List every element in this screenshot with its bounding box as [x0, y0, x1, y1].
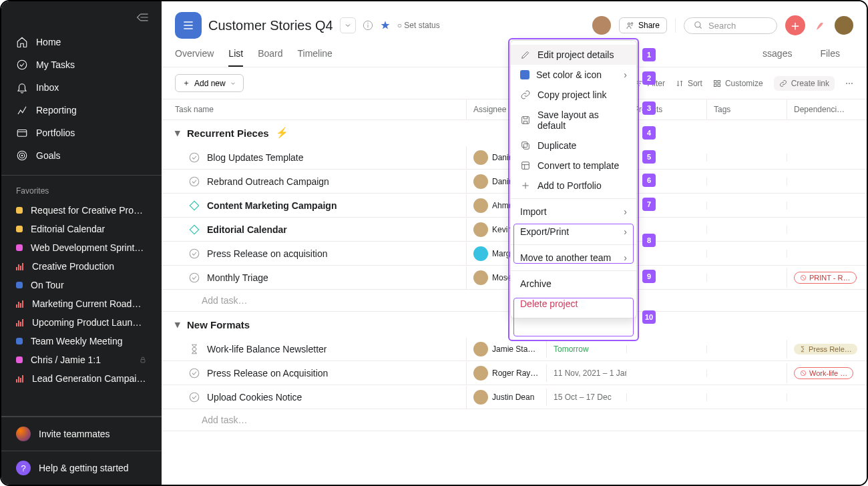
nav-reporting[interactable]: Reporting: [1, 99, 162, 121]
tab-board[interactable]: Board: [258, 41, 282, 67]
favorite-item[interactable]: Web Development Sprint…: [1, 238, 162, 257]
dependencies-cell[interactable]: [787, 178, 867, 186]
tab-overview[interactable]: Overview: [175, 41, 214, 67]
project-dropdown-button[interactable]: [340, 17, 356, 33]
dependency-pill[interactable]: PRINT - R…: [794, 272, 857, 284]
menu-convert-to-template[interactable]: Convert to template: [511, 156, 636, 176]
projects-cell[interactable]: [626, 250, 706, 258]
favorite-item[interactable]: Creative Production: [1, 257, 162, 276]
share-button[interactable]: Share: [619, 17, 667, 33]
tab-files[interactable]: Files: [820, 41, 840, 67]
dependencies-cell[interactable]: PRINT - R…: [787, 268, 867, 288]
column-header[interactable]: Tags: [706, 99, 787, 119]
menu-import[interactable]: Import›: [511, 202, 636, 222]
dependencies-cell[interactable]: [787, 226, 867, 234]
projects-cell[interactable]: [626, 393, 706, 401]
task-row[interactable]: Work-life Balance NewsletterJamie Stap…T…: [162, 337, 867, 361]
hourglass-icon[interactable]: [188, 343, 200, 355]
set-status-button[interactable]: ○ Set status: [397, 21, 440, 30]
search-input[interactable]: Search: [684, 17, 777, 34]
favorite-item[interactable]: Editorial Calendar: [1, 220, 162, 238]
info-icon[interactable]: [363, 20, 373, 31]
customize-button[interactable]: Customize: [713, 79, 763, 88]
column-header[interactable]: Task name: [162, 99, 466, 119]
menu-save-layout-as-default[interactable]: Save layout as default: [511, 105, 636, 136]
milestone-icon[interactable]: [188, 224, 200, 236]
create-link-button[interactable]: Create link: [774, 76, 835, 91]
favorite-item[interactable]: Lead Generation Campai…: [1, 369, 162, 388]
dependencies-cell[interactable]: [787, 393, 867, 401]
dependencies-cell[interactable]: Work-life …: [787, 363, 867, 383]
projects-cell[interactable]: [626, 345, 706, 353]
projects-cell[interactable]: [626, 226, 706, 234]
due-date-cell[interactable]: Tomorrow: [546, 340, 626, 358]
menu-move-to-another-team[interactable]: Move to another team›: [511, 248, 636, 268]
nav-goals[interactable]: Goals: [1, 144, 162, 167]
check-icon[interactable]: [188, 367, 200, 379]
assignee-cell[interactable]: Jamie Stap…: [466, 338, 546, 360]
favorite-item[interactable]: Team Weekly Meeting: [1, 332, 162, 350]
invite-teammates[interactable]: Invite teammates: [1, 417, 162, 451]
menu-delete-project[interactable]: Delete project: [511, 294, 636, 314]
favorite-item[interactable]: Marketing Current Road…: [1, 294, 162, 313]
check-icon[interactable]: [188, 176, 200, 188]
favorite-item[interactable]: Request for Creative Pro…: [1, 201, 162, 220]
projects-cell[interactable]: [626, 369, 706, 377]
tags-cell[interactable]: [706, 393, 787, 401]
projects-cell[interactable]: [626, 178, 706, 186]
global-add-button[interactable]: ＋: [785, 15, 805, 35]
tags-cell[interactable]: [706, 369, 787, 377]
sort-button[interactable]: Sort: [676, 79, 702, 88]
tags-cell[interactable]: [706, 154, 787, 162]
more-button[interactable]: ⋯: [845, 79, 853, 88]
favorite-item[interactable]: Chris / Jamie 1:1: [1, 350, 162, 369]
dependency-pill[interactable]: Press Rele…: [794, 344, 857, 354]
projects-cell[interactable]: [626, 274, 706, 282]
add-new-button[interactable]: ＋ Add new: [175, 74, 244, 92]
menu-set-color-icon[interactable]: Set color & icon›: [511, 65, 636, 85]
tab-timeline[interactable]: Timeline: [298, 41, 333, 67]
add-task[interactable]: Add task…: [162, 409, 867, 431]
menu-duplicate[interactable]: Duplicate: [511, 136, 636, 156]
menu-add-to-portfolio[interactable]: Add to Portfolio: [511, 176, 636, 196]
check-icon[interactable]: [188, 272, 200, 284]
star-icon[interactable]: [380, 20, 391, 31]
tab-ssages[interactable]: ssages: [763, 41, 792, 67]
dependencies-cell[interactable]: [787, 154, 867, 162]
tags-cell[interactable]: [706, 250, 787, 258]
dependency-pill[interactable]: Work-life …: [794, 367, 853, 379]
assignee-cell[interactable]: Roger Ray…: [466, 362, 546, 385]
assignee-cell[interactable]: Justin Dean: [466, 386, 546, 409]
projects-cell[interactable]: [626, 154, 706, 162]
celebrate-icon[interactable]: [813, 19, 827, 32]
member-avatar[interactable]: [592, 16, 611, 35]
dependencies-cell[interactable]: [787, 202, 867, 210]
tags-cell[interactable]: [706, 202, 787, 210]
menu-copy-project-link[interactable]: Copy project link: [511, 85, 636, 105]
due-date-cell[interactable]: 15 Oct – 17 Dec: [546, 389, 626, 406]
tags-cell[interactable]: [706, 345, 787, 353]
dependencies-cell[interactable]: Press Rele…: [787, 340, 867, 358]
project-icon[interactable]: [175, 12, 202, 39]
user-avatar[interactable]: [835, 16, 853, 35]
nav-my-tasks[interactable]: My Tasks: [1, 53, 162, 76]
tags-cell[interactable]: [706, 226, 787, 234]
due-date-cell[interactable]: 11 Nov, 2021 – 1 Jan, 2022: [546, 364, 626, 382]
tags-cell[interactable]: [706, 178, 787, 186]
menu-edit-project-details[interactable]: Edit project details: [511, 45, 636, 65]
task-row[interactable]: Upload Cookies NoticeJustin Dean15 Oct –…: [162, 385, 867, 409]
favorite-item[interactable]: On Tour: [1, 276, 162, 294]
check-icon[interactable]: [188, 152, 200, 164]
nav-home[interactable]: Home: [1, 31, 162, 53]
projects-cell[interactable]: [626, 202, 706, 210]
dependencies-cell[interactable]: [787, 250, 867, 258]
collapse-sidebar-icon[interactable]: [135, 12, 148, 23]
check-icon[interactable]: [188, 248, 200, 260]
nav-inbox[interactable]: Inbox: [1, 76, 162, 99]
task-row[interactable]: Press Release on AcquisitionRoger Ray…11…: [162, 361, 867, 385]
tab-list[interactable]: List: [228, 41, 243, 67]
column-header[interactable]: Dependenci…: [787, 99, 867, 119]
favorite-item[interactable]: Upcoming Product Laun…: [1, 313, 162, 332]
menu-archive[interactable]: Archive: [511, 274, 636, 294]
column-header[interactable]: Projects: [626, 99, 706, 119]
